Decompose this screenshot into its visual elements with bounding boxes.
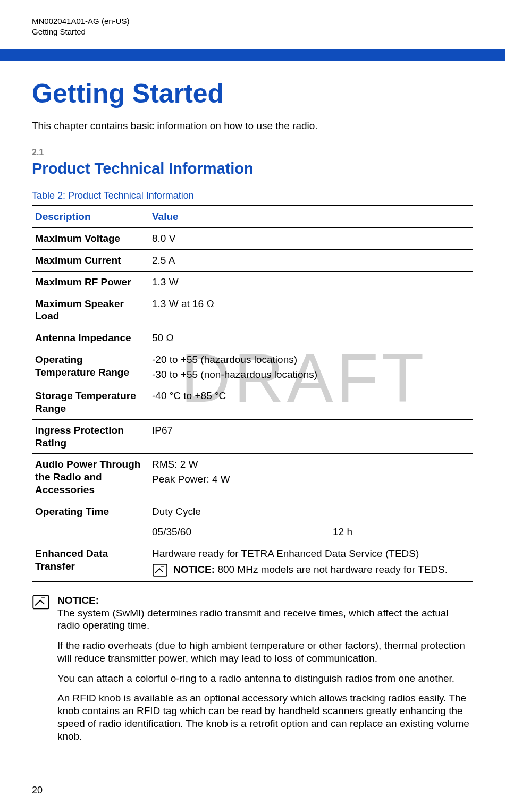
- spec-value: 1.3 W: [149, 271, 473, 293]
- spec-value: 1.3 W at 16 Ω: [149, 293, 473, 327]
- svg-rect-1: [33, 595, 48, 608]
- page-notice-block: NOTICE: The system (SwMI) determines rad…: [32, 594, 473, 743]
- table-caption: Table 2: Product Technical Information: [32, 190, 473, 202]
- table-row: Maximum RF Power 1.3 W: [32, 271, 473, 293]
- spec-value-main: Duty Cycle: [152, 506, 201, 517]
- spec-desc: Maximum RF Power: [32, 271, 149, 293]
- product-tech-info-table: Description Value Maximum Voltage 8.0 V …: [32, 205, 473, 582]
- table-row: Ingress Protection Rating IP67: [32, 419, 473, 454]
- notice-paragraph: An RFID knob is available as an optional…: [57, 692, 473, 742]
- spec-value: -20 to +55 (hazardous locations) -30 to …: [149, 349, 473, 385]
- table-row: Maximum Current 2.5 A: [32, 250, 473, 272]
- note-icon: [32, 594, 50, 610]
- spec-value: 2.5 A: [149, 250, 473, 272]
- spec-desc: Operating Time: [32, 501, 149, 543]
- duty-cycle-hours: 12 h: [333, 526, 470, 538]
- notice-paragraph: The system (SwMI) determines radio trans…: [57, 607, 449, 631]
- table-row: Maximum Voltage 8.0 V: [32, 227, 473, 249]
- spec-desc: Operating Temperature Range: [32, 349, 149, 385]
- table-row: Antenna Impedance 50 Ω: [32, 327, 473, 349]
- table-row: Enhanced Data Transfer Hardware ready fo…: [32, 543, 473, 582]
- spec-value-main: Hardware ready for TETRA Enhanced Data S…: [152, 548, 419, 559]
- spec-value-line: -20 to +55 (hazardous locations): [152, 353, 470, 366]
- notice-label: NOTICE:: [57, 595, 99, 606]
- spec-desc: Enhanced Data Transfer: [32, 543, 149, 582]
- notice-paragraph: If the radio overheats (due to high ambi…: [57, 639, 473, 665]
- section-number: 2.1: [32, 147, 473, 158]
- spec-value: Hardware ready for TETRA Enhanced Data S…: [149, 543, 473, 582]
- spec-value-line: RMS: 2 W: [152, 458, 470, 471]
- spec-value-line: -30 to +55 (non-hazardous locations): [152, 368, 470, 381]
- chapter-title: Getting Started: [32, 77, 473, 111]
- doc-section-name: Getting Started: [32, 27, 473, 37]
- notice-label: NOTICE:: [173, 564, 215, 575]
- spec-value: -40 °C to +85 °C: [149, 385, 473, 420]
- svg-rect-0: [153, 564, 167, 576]
- section-title: Product Technical Information: [32, 159, 473, 178]
- doc-id: MN002041A01-AG (en-US): [32, 16, 473, 27]
- table-row: Audio Power Through the Radio and Access…: [32, 454, 473, 501]
- table-header-description: Description: [32, 206, 149, 228]
- table-row: Operating Temperature Range -20 to +55 (…: [32, 349, 473, 385]
- spec-value: Duty Cycle 05/35/60 12 h: [149, 501, 473, 543]
- spec-value: RMS: 2 W Peak Power: 4 W: [149, 454, 473, 501]
- notice-body: NOTICE: The system (SwMI) determines rad…: [57, 594, 473, 743]
- table-header-value: Value: [149, 206, 473, 228]
- spec-value: IP67: [149, 419, 473, 454]
- inline-notice-text: NOTICE: 800 MHz models are not hardware …: [173, 563, 448, 576]
- header-divider-bar: [0, 49, 505, 61]
- chapter-intro: This chapter contains basic information …: [32, 120, 473, 132]
- note-icon: [152, 563, 168, 577]
- duty-cycle-ratio: 05/35/60: [152, 526, 333, 538]
- spec-desc: Antenna Impedance: [32, 327, 149, 349]
- notice-paragraph: You can attach a colorful o-ring to a ra…: [57, 672, 473, 685]
- table-row: Storage Temperature Range -40 °C to +85 …: [32, 385, 473, 420]
- page-header-meta: MN002041A01-AG (en-US) Getting Started: [32, 16, 473, 38]
- spec-desc: Maximum Speaker Load: [32, 293, 149, 327]
- table-row: Maximum Speaker Load 1.3 W at 16 Ω: [32, 293, 473, 327]
- spec-value: 8.0 V: [149, 227, 473, 249]
- spec-desc: Maximum Current: [32, 250, 149, 272]
- spec-desc: Audio Power Through the Radio and Access…: [32, 454, 149, 501]
- notice-message: 800 MHz models are not hardware ready fo…: [215, 564, 448, 575]
- spec-desc: Maximum Voltage: [32, 227, 149, 249]
- spec-desc: Ingress Protection Rating: [32, 419, 149, 454]
- inline-notice: NOTICE: 800 MHz models are not hardware …: [152, 563, 470, 577]
- duty-cycle-subrow: 05/35/60 12 h: [149, 521, 473, 543]
- spec-value: 50 Ω: [149, 327, 473, 349]
- spec-desc: Storage Temperature Range: [32, 385, 149, 420]
- spec-value-line: Peak Power: 4 W: [152, 473, 470, 486]
- page-number: 20: [32, 784, 43, 797]
- table-row: Operating Time Duty Cycle 05/35/60 12 h: [32, 501, 473, 543]
